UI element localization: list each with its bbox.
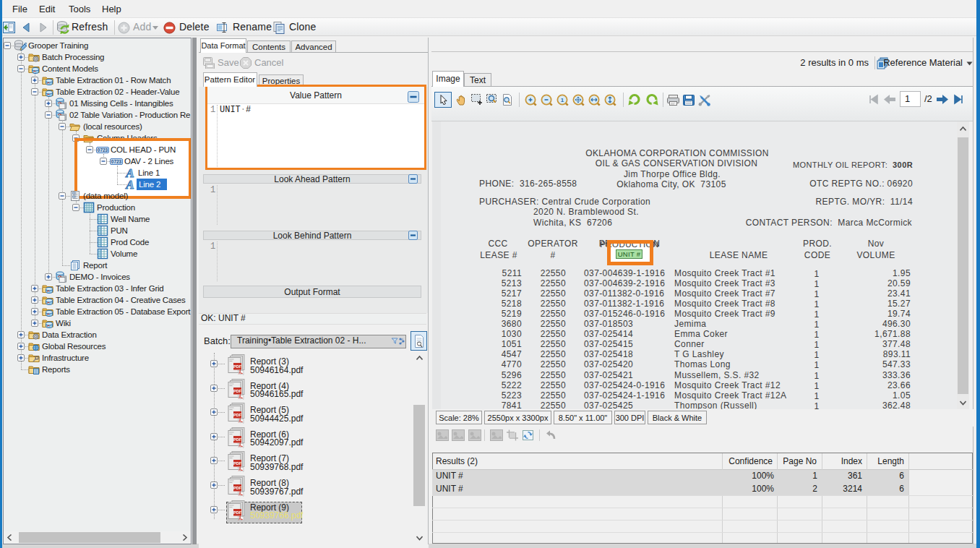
svg-text:PDF: PDF (233, 461, 242, 466)
svg-text:PDF: PDF (233, 364, 242, 369)
svg-text:PDF: PDF (233, 486, 242, 490)
svg-text:PDF: PDF (233, 437, 242, 442)
svg-text:1: 1 (560, 97, 564, 103)
svg-text:PDF: PDF (233, 510, 242, 515)
svg-text:PDF: PDF (233, 389, 242, 393)
svg-text:PDF: PDF (233, 413, 242, 417)
